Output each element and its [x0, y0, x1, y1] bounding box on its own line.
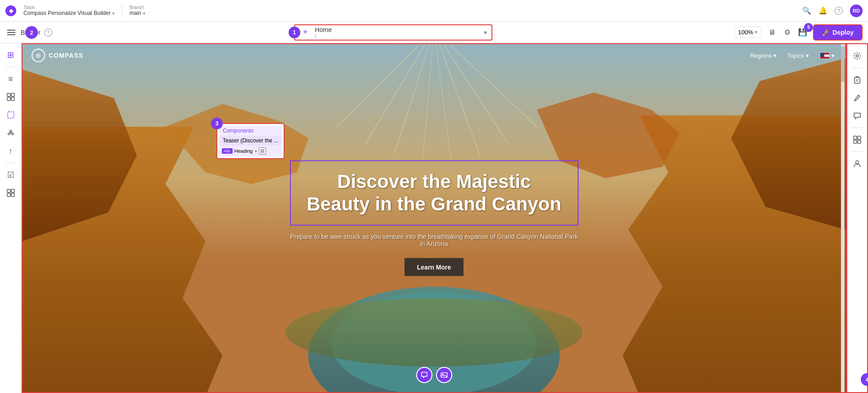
desktop-device-icon[interactable]: 🖥 [767, 27, 777, 37]
svg-rect-36 [858, 140, 861, 143]
svg-point-37 [856, 161, 859, 164]
branch-value-row[interactable]: main ▾ [129, 10, 145, 16]
scrollbar-track[interactable] [841, 44, 845, 392]
top-nav-logo: ◈ [5, 5, 16, 16]
right-separator-3 [852, 151, 863, 152]
svg-point-29 [856, 55, 859, 57]
stack-value-row[interactable]: Compass Personalize Visual Builder ▾ [23, 10, 115, 16]
sidebar-layout-icon[interactable]: ≡ [3, 71, 19, 87]
svg-rect-4 [8, 112, 14, 118]
heading-tag-badge: Abc [222, 148, 233, 154]
svg-rect-33 [854, 136, 857, 139]
step2-badge: 2 [25, 26, 38, 39]
step5-badge: 5 [804, 23, 813, 32]
avatar[interactable]: RD [850, 5, 863, 17]
right-components-icon[interactable] [849, 132, 865, 148]
heading-chevron-icon: ▾ [255, 149, 257, 154]
nav-divider [122, 5, 122, 17]
stack-value: Compass Personalize Visual Builder [23, 10, 110, 16]
main-area: ⊞ ≡ ↑ ☑ [0, 43, 868, 393]
sidebar-components-icon[interactable] [3, 89, 19, 105]
builder-bar-center: 1 + Home / ▾ [58, 24, 729, 41]
zoom-selector[interactable]: 100% ▾ [734, 27, 762, 38]
right-clipboard-icon[interactable] [849, 72, 865, 88]
branch-chevron-icon: ▾ [143, 11, 145, 16]
add-page-button[interactable]: + [303, 27, 308, 37]
compass-logo-icon: ⊕ [32, 49, 45, 62]
right-edit-icon[interactable] [849, 90, 865, 106]
search-icon[interactable]: 🔍 [802, 6, 811, 15]
svg-line-9 [11, 132, 12, 133]
svg-rect-12 [7, 193, 10, 196]
language-selector[interactable]: ▾ [820, 52, 835, 59]
image-float-button[interactable] [436, 367, 452, 383]
preview-nav: ⊕ COMPASS Regions ▾ Topics ▾ ▾ [23, 44, 845, 67]
builder-bar-right: 100% ▾ 🖥 ⚙ 💾 5 🚀 Deploy [734, 24, 863, 41]
topics-link-label: Topics [787, 52, 804, 59]
deploy-button[interactable]: 🚀 Deploy [813, 24, 863, 41]
regions-nav-link[interactable]: Regions ▾ [750, 52, 776, 59]
preview-logo: ⊕ COMPASS [32, 49, 83, 62]
hero-content: Discover the Majestic Beauty in the Gran… [290, 160, 579, 276]
sidebar-pages-icon[interactable]: ⊞ [3, 47, 19, 63]
right-chat-icon[interactable] [849, 108, 865, 124]
hero-heading-box: Discover the Majestic Beauty in the Gran… [290, 160, 579, 226]
branch-value: main [129, 10, 141, 16]
canvas-area[interactable]: ⊕ COMPASS Regions ▾ Topics ▾ ▾ 3 [22, 43, 846, 393]
sidebar-layers-icon[interactable] [3, 125, 19, 141]
page-name: Home [315, 26, 480, 33]
save-icon[interactable]: 💾 5 [798, 27, 808, 37]
builder-bar-left: Builder ? 2 [5, 28, 52, 37]
page-path: / [315, 33, 480, 39]
right-settings-icon[interactable] [849, 48, 865, 64]
heading-item[interactable]: Abc Heading ▾ ⊡ [219, 146, 282, 156]
help-icon[interactable]: ? [835, 7, 843, 15]
learn-more-button[interactable]: Learn More [404, 258, 464, 276]
svg-rect-0 [7, 93, 10, 96]
builder-bar: Builder ? 2 1 + Home / ▾ 100% ▾ 🖥 ⚙ 💾 5 … [0, 22, 868, 43]
comment-float-button[interactable] [416, 367, 432, 383]
preview-nav-links: Regions ▾ Topics ▾ ▾ [750, 52, 835, 59]
sidebar-separator-1 [5, 67, 16, 67]
teaser-item[interactable]: Teaser (Discover the ... [219, 136, 282, 146]
svg-rect-11 [11, 189, 14, 192]
page-selector-chevron-icon: ▾ [484, 29, 487, 36]
notifications-icon[interactable]: 🔔 [818, 6, 827, 15]
component-popup: 3 Components Teaser (Discover the ... Ab… [216, 123, 285, 159]
sidebar-select-icon[interactable] [3, 107, 19, 123]
svg-rect-35 [854, 140, 857, 143]
left-sidebar: ⊞ ≡ ↑ ☑ [0, 43, 22, 393]
step3-badge: 3 [211, 118, 223, 129]
svg-rect-2 [7, 97, 10, 101]
svg-rect-30 [854, 78, 860, 83]
sidebar-separator-2 [5, 163, 16, 163]
compass-logo-text: COMPASS [49, 52, 83, 59]
stack-info: Stack Compass Personalize Visual Builder… [23, 5, 115, 16]
builder-help-icon[interactable]: ? [44, 28, 52, 37]
menu-icon[interactable] [5, 28, 17, 37]
top-nav: ◈ Stack Compass Personalize Visual Build… [0, 0, 868, 22]
page-selector[interactable]: 1 + Home / ▾ [294, 24, 492, 41]
heading-item-label: Heading [234, 148, 253, 154]
topics-nav-link[interactable]: Topics ▾ [787, 52, 809, 59]
components-tag-item[interactable]: Components [219, 126, 282, 136]
app-logo-icon: ◈ [5, 5, 16, 16]
heading-options-icon[interactable]: ⊡ [259, 147, 266, 155]
settings-icon[interactable]: ⚙ [782, 27, 792, 37]
right-user-icon[interactable] [849, 155, 865, 172]
step1-badge: 1 [289, 27, 300, 38]
branch-info: Branch main ▾ [129, 5, 145, 16]
deploy-rocket-icon: 🚀 [822, 29, 830, 36]
sidebar-grid-icon[interactable] [3, 185, 19, 201]
regions-chevron-icon: ▾ [773, 52, 776, 59]
sidebar-checklist-icon[interactable]: ☑ [3, 167, 19, 183]
hero-heading: Discover the Majestic Beauty in the Gran… [304, 170, 564, 216]
bottom-floating-buttons [416, 367, 452, 383]
zoom-chevron-icon: ▾ [755, 29, 758, 35]
svg-point-5 [10, 130, 12, 132]
sidebar-upload-icon[interactable]: ↑ [3, 143, 19, 159]
flag-chevron-icon: ▾ [831, 52, 835, 59]
zoom-level: 100% [738, 29, 753, 36]
top-nav-icons: 🔍 🔔 ? RD [802, 5, 863, 17]
scrollbar-thumb[interactable] [841, 46, 845, 82]
